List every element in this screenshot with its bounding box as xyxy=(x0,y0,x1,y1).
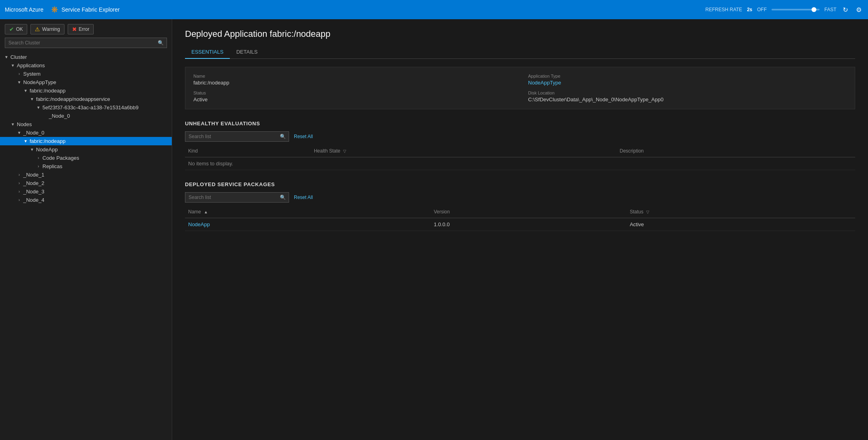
refresh-off-label: OFF xyxy=(757,7,767,12)
chevron-nodeapp-pkg: ▼ xyxy=(29,147,35,152)
pkg-name-cell[interactable]: NodeApp xyxy=(185,218,430,231)
tree-item-node1[interactable]: › _Node_1 xyxy=(0,171,172,179)
health-filter-icon[interactable]: ▽ xyxy=(343,149,346,153)
tree-item-applications[interactable]: ▼ Applications xyxy=(0,61,172,70)
tree-item-cluster[interactable]: ▼ Cluster xyxy=(0,53,172,61)
tree-label-node3: _Node_3 xyxy=(22,189,44,195)
pkg-col-name: Name ▲ xyxy=(185,206,430,218)
col-health-state: Health State ▽ xyxy=(311,145,617,157)
chevron-applications: ▼ xyxy=(10,63,16,68)
unhealthy-empty-message: No items to display. xyxy=(185,157,855,170)
tree-label-node0-fabric-nodeapp: fabric:/nodeapp xyxy=(29,138,66,144)
tree-item-node0-fabric-nodeapp[interactable]: ▼ fabric:/nodeapp xyxy=(0,137,172,145)
settings-button[interactable]: ⚙ xyxy=(854,4,863,15)
essentials-app-type-value[interactable]: NodeAppType xyxy=(528,80,847,86)
tree-label-node1: _Node_1 xyxy=(22,172,44,178)
refresh-fast-label: FAST xyxy=(824,7,836,12)
unhealthy-empty-row: No items to display. xyxy=(185,157,855,170)
sidebar: ✔ OK ⚠ Warning ✖ Error 🔍 ▼ Clu xyxy=(0,19,172,440)
tree-label-node2: _Node_2 xyxy=(22,180,44,186)
chevron-node0: ▼ xyxy=(16,131,22,135)
tree-label-fabric-nodeapp-app: fabric:/nodeapp xyxy=(29,88,66,94)
chevron-replica-id: ▼ xyxy=(35,105,42,110)
ok-button[interactable]: ✔ OK xyxy=(5,24,27,34)
name-sort-icon[interactable]: ▲ xyxy=(204,210,208,214)
page-title: Deployed Application fabric:/nodeapp xyxy=(185,29,855,39)
search-cluster-input[interactable] xyxy=(5,38,167,48)
error-label: Error xyxy=(79,26,90,32)
essentials-app-type: Application Type NodeAppType xyxy=(528,74,847,86)
content-panel: Deployed Application fabric:/nodeapp ESS… xyxy=(172,19,868,440)
ok-icon: ✔ xyxy=(9,26,14,32)
essentials-app-type-label: Application Type xyxy=(528,74,847,78)
tree-item-fabric-nodeapp-app[interactable]: ▼ fabric:/nodeapp xyxy=(0,86,172,95)
page-title-name: fabric:/nodeapp xyxy=(270,29,331,39)
main-layout: ✔ OK ⚠ Warning ✖ Error 🔍 ▼ Clu xyxy=(0,19,868,440)
tree-label-node0-replica: _Node_0 xyxy=(48,113,70,119)
ok-label: OK xyxy=(16,26,23,32)
refresh-label: REFRESH RATE xyxy=(705,7,742,12)
tree-label-system: System xyxy=(22,71,40,77)
tree-item-code-packages[interactable]: › Code Packages xyxy=(0,154,172,162)
tab-details[interactable]: DETAILS xyxy=(230,46,264,59)
topbar-right: REFRESH RATE 2s OFF FAST ↻ ⚙ xyxy=(705,4,863,15)
tab-essentials[interactable]: ESSENTIALS xyxy=(185,46,230,59)
tree-label-code-packages: Code Packages xyxy=(42,155,79,161)
tree-label-cluster: Cluster xyxy=(10,54,27,60)
refresh-slider-thumb xyxy=(812,7,816,12)
essentials-name-label: Name xyxy=(193,74,512,78)
packages-search-row: 🔍 Reset All xyxy=(185,192,855,203)
unhealthy-search-row: 🔍 Reset All xyxy=(185,131,855,142)
service-fabric-icon: ❋ xyxy=(51,5,58,14)
unhealthy-reset-button[interactable]: Reset All xyxy=(294,134,313,139)
status-filter-icon[interactable]: ▽ xyxy=(646,210,649,214)
tree-item-node4[interactable]: › _Node_4 xyxy=(0,196,172,204)
tree-item-node0[interactable]: ▼ _Node_0 xyxy=(0,129,172,137)
topbar: Microsoft Azure ❋ Service Fabric Explore… xyxy=(0,0,868,19)
tree-item-node2[interactable]: › _Node_2 xyxy=(0,179,172,187)
refresh-button[interactable]: ↻ xyxy=(841,4,850,15)
tree-item-nodeappservice[interactable]: ▼ fabric:/nodeapp/nodeappservice xyxy=(0,95,172,103)
tree-item-system[interactable]: › System xyxy=(0,70,172,78)
tree-label-nodeapp-pkg: NodeApp xyxy=(35,147,58,153)
chevron-nodeapptype: ▼ xyxy=(16,80,22,84)
warning-icon: ⚠ xyxy=(35,26,40,32)
tree: ▼ Cluster ▼ Applications › System ▼ Node… xyxy=(0,51,172,440)
unhealthy-search-input[interactable] xyxy=(185,131,289,142)
col-kind: Kind xyxy=(185,145,311,157)
pkg-col-version: Version xyxy=(430,206,626,218)
essentials-disk-label: Disk Location xyxy=(528,90,847,95)
tree-label-node0: _Node_0 xyxy=(22,130,44,136)
packages-search-wrap: 🔍 xyxy=(185,192,289,203)
packages-header: DEPLOYED SERVICE PACKAGES xyxy=(185,181,855,187)
pkg-version-cell: 1.0.0.0 xyxy=(430,218,626,231)
refresh-slider[interactable] xyxy=(772,9,820,10)
tree-item-nodes[interactable]: ▼ Nodes xyxy=(0,120,172,129)
chevron-replicas: › xyxy=(35,164,42,169)
search-cluster-icon: 🔍 xyxy=(158,40,164,46)
chevron-system: › xyxy=(16,72,22,76)
packages-reset-button[interactable]: Reset All xyxy=(294,195,313,200)
unhealthy-search-wrap: 🔍 xyxy=(185,131,289,142)
table-row: NodeApp 1.0.0.0 Active xyxy=(185,218,855,231)
tree-item-node0-replica[interactable]: _Node_0 xyxy=(0,112,172,120)
error-button[interactable]: ✖ Error xyxy=(68,24,94,34)
chevron-cluster: ▼ xyxy=(3,55,10,59)
tree-item-replica-id[interactable]: ▼ 5ef23f37-633c-43ac-a138-7e15314a6bb9 xyxy=(0,103,172,112)
tree-label-applications: Applications xyxy=(16,62,45,68)
tree-item-nodeapptype[interactable]: ▼ NodeAppType xyxy=(0,78,172,86)
pkg-status-cell: Active xyxy=(627,218,855,231)
chevron-nodeappservice: ▼ xyxy=(29,97,35,101)
warning-button[interactable]: ⚠ Warning xyxy=(30,24,64,34)
tree-label-nodes: Nodes xyxy=(16,121,32,127)
essentials-status-label: Status xyxy=(193,90,512,95)
chevron-node1: › xyxy=(16,173,22,177)
tree-item-nodeapp-pkg[interactable]: ▼ NodeApp xyxy=(0,145,172,154)
packages-search-input[interactable] xyxy=(185,192,289,203)
error-icon: ✖ xyxy=(72,26,77,32)
tree-item-node3[interactable]: › _Node_3 xyxy=(0,187,172,196)
tree-item-replicas[interactable]: › Replicas xyxy=(0,162,172,171)
tabs: ESSENTIALS DETAILS xyxy=(185,46,855,59)
tree-label-node4: _Node_4 xyxy=(22,197,44,203)
chevron-node0-fabric-nodeapp: ▼ xyxy=(22,139,29,143)
